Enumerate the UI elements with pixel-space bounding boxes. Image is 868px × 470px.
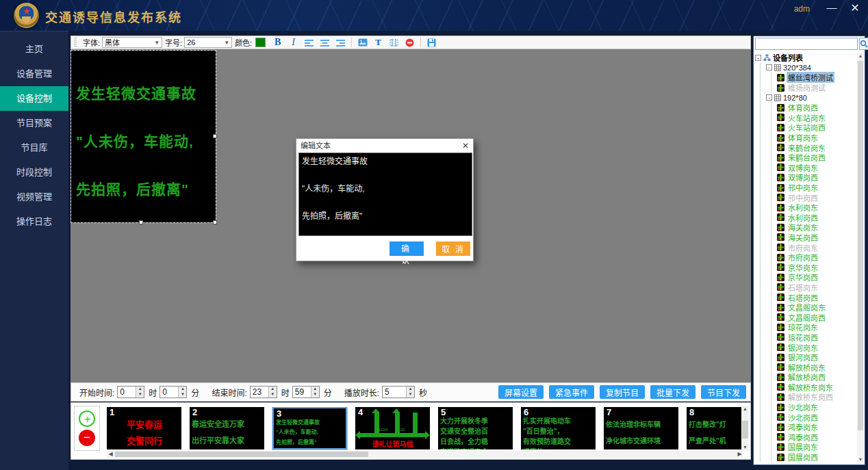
tree-group-192*80[interactable]: -192*80 (766, 92, 856, 103)
device-node[interactable]: 解放桥岗东 (777, 362, 856, 372)
spin-up-icon[interactable]: ▲ (179, 387, 186, 392)
scroll-left-icon[interactable]: ◀ (107, 451, 114, 458)
close-icon[interactable]: ✕ (847, 1, 863, 14)
device-node[interactable]: 银河岗东 (777, 342, 856, 352)
device-node[interactable]: 银河岗西 (777, 352, 856, 363)
device-node[interactable]: 石塔岗西 (777, 292, 856, 302)
toolbar-grip[interactable] (74, 38, 77, 47)
device-node[interactable]: 京华岗西 (777, 272, 856, 283)
device-node[interactable]: 火车站岗东 (777, 113, 856, 123)
selection-handle[interactable] (213, 134, 217, 138)
scroll-up-icon[interactable]: ▲ (857, 53, 864, 60)
scroll-up-icon[interactable]: ▲ (741, 406, 749, 413)
sidebar-item-操作日志[interactable]: 操作日志 (0, 209, 68, 234)
tree-root[interactable]: -设备列表 (755, 53, 856, 63)
playlist-thumbnail[interactable]: 7依法治理非标车辆净化城市交通环境 (604, 407, 678, 449)
spin-down-icon[interactable]: ▼ (136, 392, 144, 397)
spin-up-icon[interactable]: ▲ (136, 387, 144, 392)
device-node[interactable]: 市府岗西 (777, 252, 856, 263)
playlist-vertical-scrollbar[interactable]: ▲ ▼ (741, 406, 749, 451)
sidebar-item-节目预案[interactable]: 节目预案 (0, 111, 68, 135)
add-frame-button[interactable]: + (79, 410, 95, 427)
led-preview[interactable]: 发生轻微交通事故"人未伤，车能动,先拍照，后撤离" (71, 51, 216, 222)
device-node[interactable]: 京华岗东 (777, 262, 856, 272)
sidebar-item-设备控制[interactable]: 设备控制 (0, 86, 68, 111)
device-node[interactable]: 琼花岗西 (777, 332, 856, 343)
text-editor-area[interactable]: 发生轻微交通事故"人未伤，车能动,先拍照，后撤离" (298, 153, 472, 236)
device-node[interactable]: 文昌阁岗西 (777, 312, 856, 322)
stop-icon[interactable] (405, 38, 415, 48)
device-node[interactable]: 解放桥东岗东 (777, 382, 856, 393)
close-icon[interactable]: ✕ (462, 141, 469, 151)
playlist-thumbnail[interactable]: 2春运安全连万家出行平安靠大家 (190, 407, 264, 449)
end-hour-stepper[interactable]: 23 ▲▼ (250, 386, 277, 398)
sidebar-item-设备管理[interactable]: 设备管理 (0, 62, 68, 86)
device-node[interactable]: 琼花岗东 (777, 322, 856, 332)
tree-expander-icon[interactable]: - (755, 55, 761, 61)
device-node[interactable]: 国展岗西 (777, 452, 856, 462)
copy-program-button[interactable]: 复制节目 (600, 385, 645, 399)
playlist-thumbnail[interactable]: 8打击整改"灯严查严处"机 (687, 407, 743, 449)
bold-icon[interactable]: B (272, 38, 283, 48)
search-icon[interactable] (859, 38, 868, 50)
device-node[interactable]: 水利岗东 (777, 203, 856, 213)
start-hour-stepper[interactable]: 0 ▲▼ (117, 386, 144, 398)
device-search-input[interactable] (755, 38, 858, 50)
device-node[interactable]: 螺丝湾桥测试 (777, 73, 856, 83)
align-right-icon[interactable] (335, 38, 346, 48)
device-node[interactable]: 文昌阁岗东 (777, 302, 856, 313)
device-node[interactable]: 市府岗东 (777, 242, 856, 252)
device-node[interactable]: 双博岗西 (777, 172, 856, 183)
spin-down-icon[interactable]: ▼ (179, 392, 186, 397)
playlist-thumbnail[interactable]: 6扎实开展电动车"百日整治"，有效预防道路交通事故。 (521, 407, 596, 449)
tree-expander-icon[interactable]: - (766, 94, 772, 101)
confirm-button[interactable]: 确 认 (390, 241, 424, 256)
start-minute-stepper[interactable]: 0 ▲▼ (159, 386, 187, 398)
device-node[interactable]: 来鹤台岗西 (777, 153, 856, 163)
send-program-button[interactable]: 节目下发 (701, 385, 746, 399)
device-node[interactable]: 海关岗东 (777, 222, 856, 233)
align-center-icon[interactable] (320, 38, 330, 48)
end-minute-stepper[interactable]: 59 ▲▼ (292, 386, 320, 398)
delete-frame-button[interactable]: − (79, 430, 95, 446)
scroll-down-icon[interactable]: ▼ (741, 444, 749, 451)
scrollbar-thumb[interactable] (858, 61, 863, 430)
playlist-horizontal-scrollbar[interactable]: ◀ ▶ (107, 451, 743, 458)
device-node[interactable]: 海关岗西 (777, 233, 856, 243)
spin-up-icon[interactable]: ▲ (311, 387, 319, 392)
save-icon[interactable] (426, 38, 437, 48)
duration-stepper[interactable]: 5 ▲▼ (382, 386, 415, 398)
device-node[interactable]: 体育岗西 (777, 103, 856, 113)
scrollbar-thumb[interactable] (742, 421, 748, 439)
color-swatch[interactable] (255, 38, 266, 47)
spin-down-icon[interactable]: ▼ (269, 392, 277, 397)
spin-up-icon[interactable]: ▲ (269, 387, 277, 392)
device-node[interactable]: 水利岗西 (777, 213, 856, 223)
device-node[interactable]: 沙北岗东 (777, 402, 856, 413)
device-node[interactable]: 来鹤台岗东 (777, 142, 856, 153)
device-node[interactable]: 石塔岗东 (777, 283, 856, 293)
emergency-event-button[interactable]: 紧急事件 (549, 385, 594, 399)
device-node[interactable]: 火车站岗西 (777, 122, 856, 133)
device-node[interactable]: 鸿泰岗西 (777, 432, 856, 443)
align-left-icon[interactable] (304, 38, 314, 48)
marquee-tool-icon[interactable] (389, 38, 399, 48)
logged-in-user[interactable]: adm (794, 4, 810, 14)
spin-up-icon[interactable]: ▲ (407, 387, 414, 392)
cancel-button[interactable]: 取 消 (436, 241, 470, 256)
device-node[interactable]: 维扬岗测试 (777, 83, 856, 93)
playlist-thumbnail[interactable]: 3发生轻微交通事故"人未伤，车能动,先拍照，后撤离" (272, 407, 347, 449)
device-node[interactable]: 鸿泰岗东 (777, 422, 856, 432)
screen-settings-button[interactable]: 屏幕设置 (498, 385, 544, 399)
device-node[interactable]: 双博岗东 (777, 163, 856, 173)
sidebar-item-视频管理[interactable]: 视频管理 (0, 185, 68, 209)
scroll-down-icon[interactable]: ▼ (857, 456, 864, 463)
playlist-thumbnail[interactable]: 4102420请礼让斑马线 (355, 407, 430, 449)
playlist-thumbnail[interactable]: 1平安春运交警同行 (107, 407, 181, 449)
device-node[interactable]: 解放桥东岗西 (777, 392, 856, 402)
scrollbar-thumb[interactable] (115, 452, 368, 457)
device-node[interactable]: 国展岗东 (777, 442, 856, 452)
device-node[interactable]: 体育岗东 (777, 133, 856, 143)
tree-expander-icon[interactable]: - (766, 64, 772, 70)
scroll-right-icon[interactable]: ▶ (736, 451, 743, 458)
